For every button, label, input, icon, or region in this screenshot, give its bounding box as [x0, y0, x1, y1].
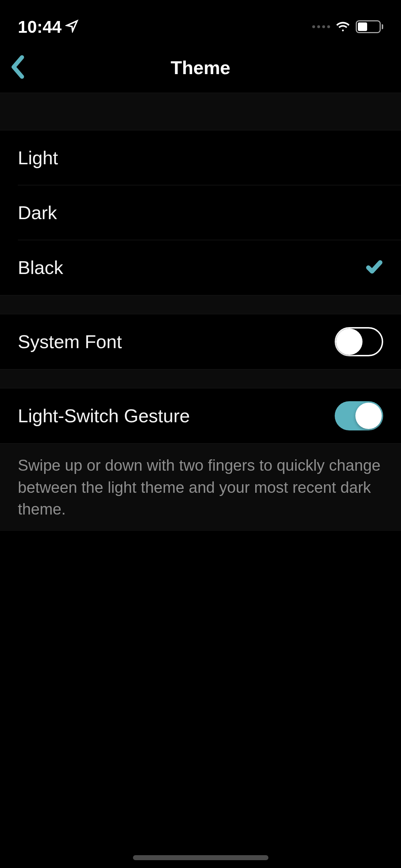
theme-option-label: Light [18, 147, 58, 169]
status-bar: 10:44 [0, 0, 401, 43]
status-right [312, 19, 383, 35]
battery-icon [356, 20, 383, 33]
font-group: System Font [0, 314, 401, 369]
gesture-group: Light-Switch Gesture [0, 388, 401, 443]
home-indicator[interactable] [133, 855, 268, 860]
section-spacer [0, 369, 401, 388]
checkmark-icon [365, 258, 383, 277]
system-font-row[interactable]: System Font [0, 314, 401, 369]
signal-dots-icon [312, 25, 330, 28]
light-switch-gesture-row[interactable]: Light-Switch Gesture [0, 388, 401, 443]
light-switch-gesture-toggle[interactable] [335, 401, 383, 430]
navigation-bar: Theme [0, 43, 401, 93]
back-button[interactable] [9, 55, 27, 81]
gesture-footer-text: Swipe up or down with two fingers to qui… [0, 443, 401, 531]
theme-option-label: Dark [18, 202, 57, 223]
wifi-icon [335, 19, 350, 35]
status-left: 10:44 [18, 17, 79, 37]
location-icon [65, 19, 79, 34]
system-font-label: System Font [18, 331, 122, 352]
theme-option-label: Black [18, 257, 63, 278]
page-title: Theme [171, 57, 231, 78]
section-spacer [0, 93, 401, 130]
theme-option-black[interactable]: Black [0, 240, 401, 295]
light-switch-gesture-label: Light-Switch Gesture [18, 405, 190, 427]
theme-option-dark[interactable]: Dark [0, 185, 401, 240]
theme-option-light[interactable]: Light [0, 130, 401, 185]
status-time: 10:44 [18, 17, 62, 37]
system-font-toggle[interactable] [335, 327, 383, 356]
theme-options-group: Light Dark Black [0, 130, 401, 295]
section-spacer [0, 295, 401, 314]
